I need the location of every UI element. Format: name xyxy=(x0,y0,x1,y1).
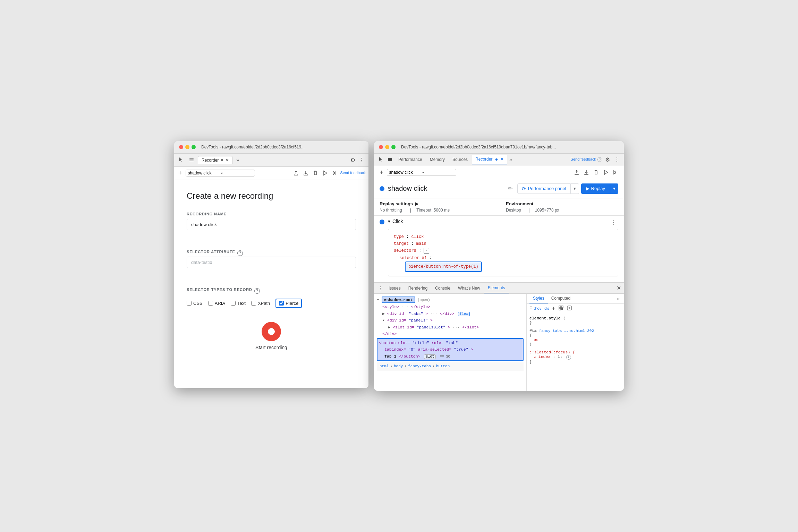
step-expand[interactable]: ▾ Click xyxy=(388,218,606,224)
right-recording-selector[interactable]: shadow click ▾ xyxy=(387,169,456,176)
code-selector-num-line: selector #1 : xyxy=(399,255,612,261)
hov-label[interactable]: :hov xyxy=(534,306,541,310)
right-play-btn[interactable] xyxy=(602,168,610,177)
aria-checkbox-item[interactable]: ARIA xyxy=(208,301,225,306)
dom-button-highlighted-block[interactable]: <button slot= "title" role= "tab" tabind… xyxy=(377,338,524,361)
selector-attr-help-icon[interactable]: ? xyxy=(237,250,243,256)
step-more-options-btn[interactable]: ⋮ xyxy=(609,218,618,226)
maximize-traffic-light[interactable] xyxy=(192,145,196,149)
delete-button[interactable] xyxy=(311,169,320,177)
new-recording-button[interactable]: + xyxy=(177,168,184,178)
perf-panel-dropdown-btn[interactable]: ▾ xyxy=(571,183,579,194)
cls-label[interactable]: .cls xyxy=(543,306,549,310)
dom-style-line[interactable]: <style> ··· </style> xyxy=(377,303,524,310)
right-upload-btn[interactable] xyxy=(572,168,581,177)
dom-btn-tag: <button xyxy=(379,341,398,345)
pierce-checkbox[interactable] xyxy=(279,301,284,306)
tab-memory[interactable]: Memory xyxy=(426,155,448,164)
styles-more-btn[interactable]: » xyxy=(616,294,621,303)
z-index-info-icon[interactable]: ℹ xyxy=(566,355,571,360)
css-checkbox-item[interactable]: CSS xyxy=(187,301,203,306)
right-settings-button[interactable]: ⚙ xyxy=(604,155,611,164)
bottom-more-btn[interactable]: ⋮ xyxy=(377,285,384,291)
right-more-options-button[interactable]: ⋮ xyxy=(613,155,621,164)
bottom-panel-close-btn[interactable]: ✕ xyxy=(617,285,621,291)
right-new-recording-btn[interactable]: + xyxy=(378,168,385,178)
start-recording-button[interactable] xyxy=(262,322,281,341)
breadcrumb-fancy-tabs[interactable]: fancy-tabs xyxy=(408,363,431,370)
inspect-style-btn[interactable] xyxy=(558,306,564,311)
play-button[interactable] xyxy=(321,169,329,177)
right-minimize-traffic-light[interactable] xyxy=(385,145,389,149)
breadcrumb-body[interactable]: body xyxy=(394,363,403,370)
more-tabs-button[interactable]: » xyxy=(235,156,240,163)
right-step-btn[interactable] xyxy=(611,168,620,177)
recording-name-input[interactable] xyxy=(187,219,356,230)
tab-console[interactable]: Console xyxy=(432,283,454,293)
tab-recorder[interactable]: Recorder ⏺ ✕ xyxy=(472,155,507,164)
dom-end-div-line[interactable]: </div> xyxy=(377,331,524,337)
close-traffic-light[interactable] xyxy=(179,145,183,149)
selector-attr-label: SELECTOR ATTRIBUTE xyxy=(187,250,235,254)
replay-dropdown-btn[interactable]: ▾ xyxy=(610,183,618,194)
send-feedback-link-left[interactable]: Send feedback xyxy=(340,171,366,175)
delete-icon xyxy=(313,170,318,176)
css-checkbox[interactable] xyxy=(187,301,192,306)
xpath-checkbox[interactable] xyxy=(251,301,256,306)
recorder-tab[interactable]: Recorder ⏺ ✕ xyxy=(198,156,233,164)
performance-panel-button[interactable]: ⟳ Performance panel xyxy=(517,183,571,194)
selector-attr-input[interactable] xyxy=(187,257,356,268)
dom-slot-line[interactable]: ▶ <slot id= "panelsSlot" > ··· </slot> xyxy=(377,324,524,331)
tab-whats-new[interactable]: What's New xyxy=(455,283,484,293)
upload-button[interactable] xyxy=(292,169,300,177)
dom-btn-tag-end: > xyxy=(471,347,473,352)
minimize-traffic-light[interactable] xyxy=(185,145,189,149)
breadcrumb-button[interactable]: button xyxy=(436,363,450,370)
env-separator: | xyxy=(528,208,529,213)
traffic-lights-left xyxy=(179,145,196,149)
tab-performance[interactable]: Performance xyxy=(395,155,426,164)
right-delete-btn[interactable] xyxy=(592,168,600,177)
right-download-btn[interactable] xyxy=(582,168,591,177)
dom-panels-div-line[interactable]: ▾ <div id= "panels" > xyxy=(377,317,524,324)
text-checkbox[interactable] xyxy=(231,301,236,306)
more-options-button[interactable]: ⋮ xyxy=(357,155,366,165)
text-checkbox-item[interactable]: Text xyxy=(231,301,246,306)
layers-icon-btn[interactable] xyxy=(187,156,196,164)
selector-types-help-icon[interactable]: ? xyxy=(254,288,260,294)
replay-button[interactable]: ▶ Replay xyxy=(581,183,610,194)
tab-elements[interactable]: Elements xyxy=(484,283,509,293)
tab-issues[interactable]: Issues xyxy=(385,283,404,293)
settings-button[interactable]: ⚙ xyxy=(349,155,357,165)
edit-recording-name-btn[interactable]: ✏ xyxy=(507,184,514,193)
pierce-checkbox-item[interactable]: Pierce xyxy=(279,301,298,306)
tab-rendering[interactable]: Rendering xyxy=(405,283,431,293)
dom-tabs-id-val: "tabs" xyxy=(409,311,423,316)
style-source-link[interactable]: fancy-tabs-….mo.html:302 xyxy=(539,329,594,333)
download-button[interactable] xyxy=(302,169,310,177)
styles-tab[interactable]: Styles xyxy=(529,294,548,303)
send-feedback-link-right[interactable]: Send feedback xyxy=(571,157,596,162)
recorder-tab-close[interactable]: ✕ xyxy=(226,158,229,163)
steps-area: ▾ Click ⋮ type : click target : xyxy=(374,216,624,282)
recorder-tab-close-right[interactable]: ✕ xyxy=(500,157,504,162)
cursor-icon-btn[interactable] xyxy=(177,156,185,164)
add-style-btn[interactable]: + xyxy=(551,305,556,311)
xpath-checkbox-item[interactable]: XPath xyxy=(251,301,270,306)
dom-tabs-div-line[interactable]: ▶ <div id= "tabs" > ··· </div> flex xyxy=(377,310,524,317)
new-style-rule-btn[interactable] xyxy=(566,306,572,311)
aria-checkbox[interactable] xyxy=(208,301,213,306)
right-close-traffic-light[interactable] xyxy=(379,145,383,149)
dom-shadow-root-line[interactable]: ▾ #shadow-root (open) xyxy=(377,297,524,303)
z-index-val: 1; xyxy=(558,354,562,359)
right-cursor-btn[interactable] xyxy=(377,155,385,164)
tab-sources[interactable]: Sources xyxy=(449,155,471,164)
computed-tab[interactable]: Computed xyxy=(548,294,574,303)
right-layers-btn[interactable] xyxy=(386,155,394,164)
recording-selector[interactable]: shadow click ▾ xyxy=(186,170,255,177)
step-button[interactable] xyxy=(331,169,339,177)
help-icon-right[interactable]: ? xyxy=(597,157,602,162)
right-maximize-traffic-light[interactable] xyxy=(391,145,396,149)
breadcrumb-html[interactable]: html xyxy=(380,363,389,370)
right-more-tabs-btn[interactable]: » xyxy=(508,156,513,163)
